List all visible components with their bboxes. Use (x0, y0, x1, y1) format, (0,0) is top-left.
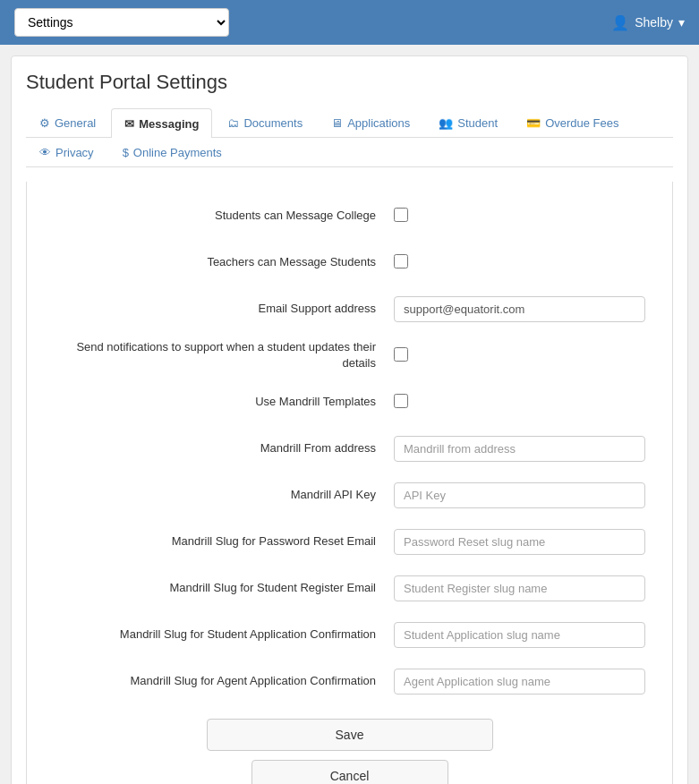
form-row-students-message: Students can Message College (54, 200, 645, 232)
label-slug-student-register: Mandrill Slug for Student Register Email (54, 580, 394, 596)
file-icon: 🗂 (227, 116, 239, 130)
creditcard-icon: 💳 (526, 116, 541, 130)
control-teachers-message (394, 254, 645, 271)
form-row-mandrill-from: Mandrill From address (54, 432, 645, 464)
checkbox-students-message[interactable] (394, 208, 408, 222)
control-slug-password-reset (394, 529, 645, 555)
tab-online-payments-label: Online Payments (133, 146, 222, 159)
settings-select[interactable]: Settings (14, 8, 229, 37)
label-email-support: Email Support address (54, 301, 394, 317)
form-row-slug-student-app: Mandrill Slug for Student Application Co… (54, 618, 645, 651)
form-row-slug-student-register: Mandrill Slug for Student Register Email (54, 572, 645, 604)
tab-applications[interactable]: 🖥 Applications (318, 108, 423, 137)
input-slug-agent-app[interactable] (394, 669, 645, 695)
label-send-notifications: Send notifications to support when a stu… (54, 339, 394, 371)
eye-icon: 👁 (39, 146, 51, 159)
tab-overdue-fees[interactable]: 💳 Overdue Fees (513, 108, 632, 137)
user-menu[interactable]: 👤 Shelby ▾ (611, 14, 685, 31)
control-mandrill-templates (394, 394, 645, 411)
control-students-message (394, 208, 645, 225)
control-send-notifications (394, 347, 645, 364)
form-row-teachers-message: Teachers can Message Students (54, 246, 645, 278)
form-row-mandrill-templates: Use Mandrill Templates (54, 386, 645, 418)
control-slug-student-register (394, 575, 645, 601)
control-mandrill-from (394, 436, 645, 462)
form-row-mandrill-api: Mandrill API Key (54, 479, 645, 511)
dollar-icon: $ (123, 146, 129, 159)
tab-messaging-label: Messaging (139, 117, 199, 131)
form-row-email-support: Email Support address (54, 293, 645, 325)
user-name: Shelby (635, 15, 673, 30)
button-row: Save Cancel (54, 719, 645, 784)
tab-general-label: General (55, 116, 96, 130)
tab-documents-label: Documents (243, 116, 303, 130)
form-row-send-notifications: Send notifications to support when a stu… (54, 339, 645, 371)
input-slug-student-register[interactable] (394, 575, 645, 601)
chevron-down-icon: ▾ (678, 15, 685, 30)
control-slug-student-app (394, 622, 645, 648)
label-mandrill-templates: Use Mandrill Templates (54, 394, 394, 410)
input-mandrill-from[interactable] (394, 436, 645, 462)
tab-privacy[interactable]: 👁 Privacy (26, 138, 107, 166)
tab-general[interactable]: ⚙ General (26, 108, 109, 137)
envelope-icon: ✉ (124, 117, 134, 131)
tabs-row2: 👁 Privacy $ Online Payments (26, 138, 673, 167)
tab-messaging[interactable]: ✉ Messaging (111, 108, 212, 138)
tab-online-payments[interactable]: $ Online Payments (109, 138, 235, 166)
tab-student-label: Student (457, 116, 498, 130)
label-slug-student-app: Mandrill Slug for Student Application Co… (54, 626, 394, 643)
label-teachers-message: Teachers can Message Students (54, 254, 394, 270)
checkbox-mandrill-templates[interactable] (394, 394, 408, 408)
checkbox-teachers-message[interactable] (394, 254, 408, 268)
cancel-button[interactable]: Cancel (251, 760, 448, 784)
tab-student[interactable]: 👥 Student (425, 108, 511, 137)
people-icon: 👥 (439, 116, 453, 130)
save-button[interactable]: Save (207, 719, 493, 751)
tab-applications-label: Applications (347, 116, 410, 130)
input-email-support[interactable] (394, 296, 645, 322)
label-students-message: Students can Message College (54, 208, 394, 224)
checkbox-send-notifications[interactable] (394, 347, 408, 362)
form-row-slug-password-reset: Mandrill Slug for Password Reset Email (54, 525, 645, 558)
monitor-icon: 🖥 (331, 116, 343, 130)
page-content: Student Portal Settings ⚙ General ✉ Mess… (11, 55, 688, 784)
tab-overdue-fees-label: Overdue Fees (545, 116, 618, 130)
tab-documents[interactable]: 🗂 Documents (214, 108, 316, 137)
form-row-slug-agent-app: Mandrill Slug for Agent Application Conf… (54, 665, 645, 697)
control-email-support (394, 296, 645, 322)
input-slug-student-app[interactable] (394, 622, 645, 648)
label-slug-password-reset: Mandrill Slug for Password Reset Email (54, 533, 394, 550)
label-mandrill-api: Mandrill API Key (54, 487, 394, 503)
gear-icon: ⚙ (39, 116, 50, 130)
page-title: Student Portal Settings (26, 71, 673, 94)
control-slug-agent-app (394, 669, 645, 695)
user-icon: 👤 (611, 14, 629, 31)
input-slug-password-reset[interactable] (394, 529, 645, 555)
input-mandrill-api[interactable] (394, 482, 645, 508)
tab-privacy-label: Privacy (55, 146, 94, 159)
label-mandrill-from: Mandrill From address (54, 440, 394, 456)
form-area: Students can Message College Teachers ca… (26, 182, 673, 784)
top-bar: Settings 👤 Shelby ▾ (0, 0, 699, 45)
tabs-row1: ⚙ General ✉ Messaging 🗂 Documents 🖥 Appl… (26, 108, 673, 138)
label-slug-agent-app: Mandrill Slug for Agent Application Conf… (54, 673, 394, 689)
control-mandrill-api (394, 482, 645, 508)
